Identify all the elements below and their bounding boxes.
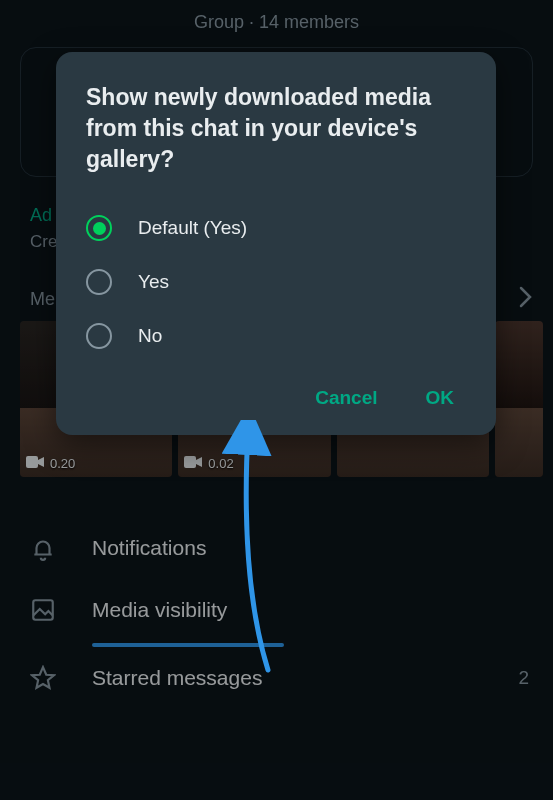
dialog-title: Show newly downloaded media from this ch… xyxy=(86,82,466,175)
radio-option-default[interactable]: Default (Yes) xyxy=(86,201,466,255)
radio-option-no[interactable]: No xyxy=(86,309,466,363)
radio-unchecked-icon xyxy=(86,323,112,349)
radio-label: No xyxy=(138,325,162,347)
group-info-page: Group · 14 members Ad Cre Me 0.20 0 xyxy=(0,0,553,800)
ok-button[interactable]: OK xyxy=(426,387,455,409)
radio-group: Default (Yes) Yes No xyxy=(86,175,466,363)
cancel-button[interactable]: Cancel xyxy=(315,387,377,409)
media-visibility-dialog: Show newly downloaded media from this ch… xyxy=(56,52,496,435)
radio-label: Yes xyxy=(138,271,169,293)
dialog-actions: Cancel OK xyxy=(86,363,466,413)
radio-label: Default (Yes) xyxy=(138,217,247,239)
radio-option-yes[interactable]: Yes xyxy=(86,255,466,309)
radio-unchecked-icon xyxy=(86,269,112,295)
radio-checked-icon xyxy=(86,215,112,241)
